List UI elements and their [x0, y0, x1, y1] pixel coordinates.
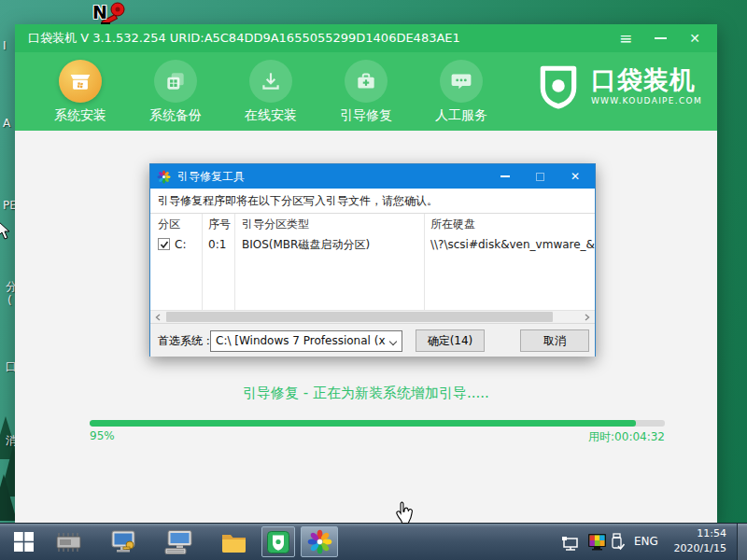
dialog-titlebar: 引导修复工具 ✕	[150, 164, 595, 189]
preferred-system-label: 首选系统：	[158, 324, 214, 357]
dialog-minimize-icon[interactable]	[500, 175, 510, 177]
dialog-title: 引导修复工具	[177, 169, 500, 185]
show-desktop-button[interactable]	[737, 524, 747, 560]
taskbar: ENG 11:54 2020/1/15	[0, 523, 747, 560]
minimize-icon[interactable]	[655, 37, 667, 39]
cell-disk: \\?\scsi#disk&ven_vmware_&	[430, 234, 595, 255]
window-titlebar: 口袋装机 V 3.1.532.254 URID:A5C84DD9A1655055…	[15, 24, 717, 52]
boot-repair-dialog: 引导修复工具 ✕ 引导修复程序即将在以下分区写入引导文件，请您确认。 分区 序号…	[149, 163, 596, 357]
taskbar-item-memory-tool[interactable]	[52, 524, 86, 560]
tool-label: 人工服务	[435, 107, 487, 124]
preferred-system-value: C:\ [Windows 7 Professional (x	[216, 334, 386, 347]
arrow-cursor-icon	[0, 220, 9, 241]
partition-checkbox[interactable]	[158, 238, 170, 250]
pinwheel-icon	[307, 529, 332, 554]
col-header-partition: 分区	[158, 214, 180, 234]
ok-button[interactable]: 确定(14)	[416, 329, 485, 352]
brand-name: 口袋装机	[591, 66, 702, 94]
dialog-maximize-icon[interactable]	[536, 173, 544, 181]
monitor-key-icon	[110, 529, 138, 555]
dialog-close-icon[interactable]: ✕	[571, 171, 580, 182]
column-separator	[234, 214, 235, 310]
status-text: 引导修复 - 正在为新装系统增加引导.....	[15, 385, 717, 402]
dialog-message: 引导修复程序即将在以下分区写入引导文件，请您确认。	[150, 189, 595, 214]
green-shield-icon	[267, 531, 289, 553]
taskbar-item-partition-tool[interactable]	[106, 524, 142, 560]
tool-label: 在线安装	[245, 107, 297, 124]
cell-type: BIOS(MBR磁盘启动分区)	[242, 234, 370, 255]
chat-bubble-icon	[440, 60, 483, 103]
shield-logo-icon	[535, 62, 582, 110]
elapsed-time: 用时:00:04:32	[588, 429, 665, 445]
folder-icon	[220, 531, 247, 553]
main-toolbar: 系统安装 系统备份 在线安装 引导修复 人工服务	[15, 52, 717, 131]
horizontal-scrollbar[interactable]	[150, 310, 595, 323]
display-tray-icon[interactable]	[585, 524, 609, 560]
column-separator	[424, 214, 425, 310]
progress-bar	[90, 420, 665, 427]
tool-label: 系统安装	[54, 107, 106, 124]
tab-online-install[interactable]: 在线安装	[228, 52, 314, 131]
toolbox-icon	[345, 60, 388, 103]
windows-logo-icon	[14, 532, 34, 552]
taskbar-item-computer[interactable]	[161, 524, 198, 560]
checkmark-icon	[160, 240, 169, 249]
usb-tray-icon[interactable]	[607, 524, 627, 560]
desktop-label-fragment: I	[3, 39, 7, 52]
taskbar-app-koudai[interactable]	[261, 526, 295, 557]
dialog-footer: 首选系统： C:\ [Windows 7 Professional (x 确定(…	[150, 323, 595, 357]
taskbar-item-file-explorer[interactable]	[217, 524, 250, 560]
progress-fill	[90, 420, 636, 427]
tool-label: 系统备份	[149, 107, 202, 124]
network-tray-icon[interactable]	[558, 524, 583, 560]
menu-icon[interactable]: ≡	[619, 31, 632, 47]
desktop-label-fragment: A	[3, 117, 10, 130]
cancel-button[interactable]: 取消	[520, 329, 589, 352]
install-box-icon	[59, 60, 102, 103]
scroll-right-icon[interactable]	[580, 311, 595, 323]
tab-human-service[interactable]: 人工服务	[418, 52, 504, 131]
clock-date: 2020/1/15	[661, 541, 726, 556]
clock-time: 11:54	[661, 526, 726, 541]
chevron-down-icon	[389, 338, 397, 345]
cell-partition: C:	[175, 234, 186, 255]
download-icon	[249, 60, 292, 103]
tab-system-install[interactable]: 系统安装	[37, 52, 123, 131]
hand-cursor-icon	[394, 500, 415, 526]
progress-percent: 95%	[90, 429, 115, 445]
desktop-label-fragment: (	[7, 294, 12, 307]
start-button[interactable]	[7, 524, 39, 560]
col-header-disk: 所在硬盘	[430, 214, 475, 234]
taskbar-app-boot-repair[interactable]	[301, 526, 338, 557]
window-title: 口袋装机 V 3.1.532.254 URID:A5C84DD9A1655055…	[15, 30, 619, 47]
col-header-type: 引导分区类型	[242, 214, 309, 234]
tool-label: 引导修复	[340, 107, 392, 124]
scroll-left-icon[interactable]	[150, 311, 165, 323]
partition-list: 分区 序号 引导分区类型 所在硬盘 C: 0:1 BIOS(MBR磁盘启动分区)…	[150, 214, 595, 323]
column-separator	[202, 214, 203, 310]
close-icon[interactable]: ✕	[689, 32, 700, 45]
scrollbar-thumb[interactable]	[166, 312, 553, 322]
language-indicator[interactable]: ENG	[634, 535, 658, 548]
preferred-system-select[interactable]: C:\ [Windows 7 Professional (x	[210, 330, 402, 352]
backup-windows-icon	[154, 60, 197, 103]
pinwheel-icon	[157, 170, 171, 184]
brand-logo: 口袋装机 WWW.KOUDAIPE.COM	[535, 62, 702, 110]
taskbar-clock[interactable]: 11:54 2020/1/15	[661, 526, 726, 556]
col-header-index: 序号	[208, 214, 231, 234]
tab-boot-repair[interactable]: 引导修复	[323, 52, 409, 131]
cell-index: 0:1	[208, 234, 226, 255]
memory-chip-icon	[55, 531, 83, 553]
brand-url: WWW.KOUDAIPE.COM	[591, 96, 702, 105]
computer-icon	[164, 529, 194, 555]
tab-system-backup[interactable]: 系统备份	[133, 52, 218, 131]
